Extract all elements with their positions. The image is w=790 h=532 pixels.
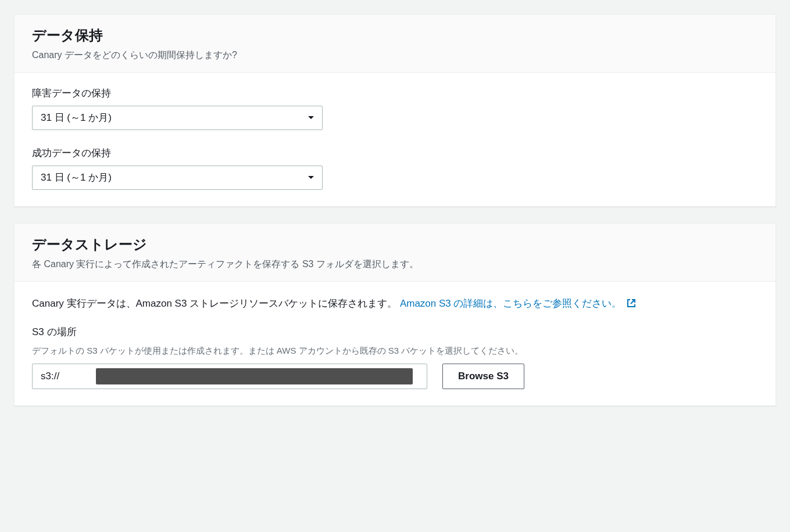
- success-retention-group: 成功データの保持 31 日 (～1 か月): [32, 146, 758, 190]
- s3-location-group: S3 の場所 デフォルトの S3 バケットが使用または作成されます。または AW…: [32, 325, 758, 389]
- panel-header: データ保持 Canary データをどのくらいの期間保持しますか?: [15, 15, 775, 73]
- failure-retention-value: 31 日 (～1 か月): [32, 106, 323, 130]
- data-retention-panel: データ保持 Canary データをどのくらいの期間保持しますか? 障害データの保…: [14, 14, 776, 207]
- section-title: データストレージ: [32, 235, 758, 254]
- panel-body: 障害データの保持 31 日 (～1 か月) 成功データの保持 31 日 (～1 …: [15, 73, 775, 206]
- s3-location-input[interactable]: [32, 364, 427, 389]
- s3-learn-more-link[interactable]: Amazon S3 の詳細は、こちらをご参照ください。: [400, 298, 636, 309]
- failure-retention-select[interactable]: 31 日 (～1 か月): [32, 106, 323, 130]
- section-title: データ保持: [32, 26, 758, 45]
- section-description: Canary データをどのくらいの期間保持しますか?: [32, 49, 758, 62]
- success-retention-select[interactable]: 31 日 (～1 か月): [32, 166, 323, 190]
- link-text: Amazon S3 の詳細は、こちらをご参照ください。: [400, 298, 622, 309]
- data-storage-panel: データストレージ 各 Canary 実行によって作成されたアーティファクトを保存…: [14, 223, 776, 406]
- failure-retention-label: 障害データの保持: [32, 87, 758, 100]
- success-retention-value: 31 日 (～1 か月): [32, 166, 323, 190]
- section-description: 各 Canary 実行によって作成されたアーティファクトを保存する S3 フォル…: [32, 258, 758, 271]
- browse-s3-button[interactable]: Browse S3: [442, 364, 524, 389]
- storage-info-text: Canary 実行データは、Amazon S3 ストレージリソースバケットに保存…: [32, 296, 758, 312]
- info-text-prefix: Canary 実行データは、Amazon S3 ストレージリソースバケットに保存…: [32, 298, 397, 309]
- success-retention-label: 成功データの保持: [32, 146, 758, 160]
- failure-retention-group: 障害データの保持 31 日 (～1 か月): [32, 87, 758, 130]
- s3-input-wrap: [32, 364, 427, 389]
- panel-header: データストレージ 各 Canary 実行によって作成されたアーティファクトを保存…: [15, 224, 775, 282]
- panel-body: Canary 実行データは、Amazon S3 ストレージリソースバケットに保存…: [15, 282, 775, 405]
- external-link-icon: [627, 297, 636, 312]
- s3-input-row: Browse S3: [32, 364, 758, 389]
- s3-location-help: デフォルトの S3 バケットが使用または作成されます。または AWS アカウント…: [32, 344, 758, 358]
- s3-location-label: S3 の場所: [32, 325, 758, 339]
